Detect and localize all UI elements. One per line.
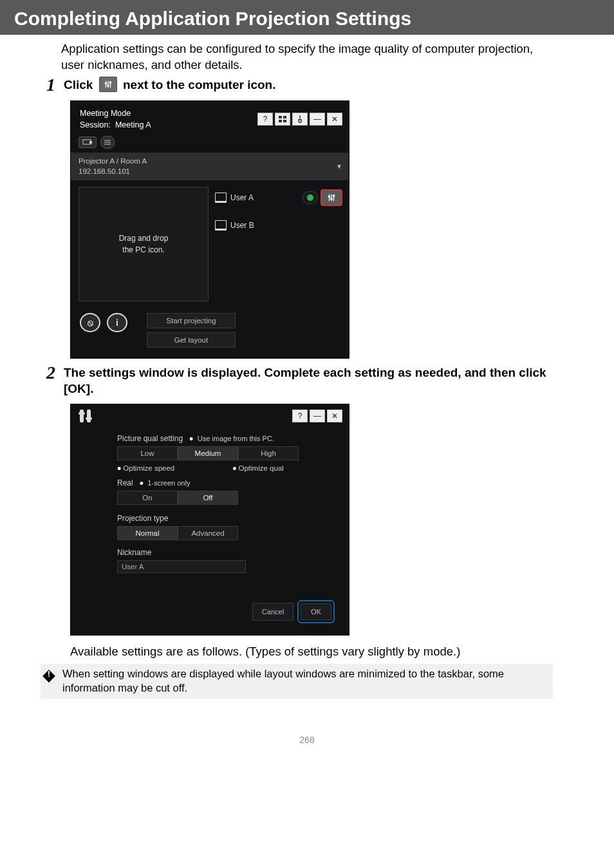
page-header: Completing Application Projection Settin… <box>0 0 614 35</box>
picture-qual-label: Picture qual setting <box>117 434 183 443</box>
status-indicator-icon[interactable] <box>302 191 318 204</box>
step-1-pre: Click <box>64 78 97 91</box>
user-row-a: User A <box>215 189 342 206</box>
real-on-button[interactable]: On <box>117 491 178 505</box>
svg-text:!: ! <box>48 669 50 679</box>
ok-highlight: OK <box>297 600 335 623</box>
list-circle-icon[interactable] <box>100 136 115 149</box>
step-2-text: The settings window is displayed. Comple… <box>64 365 553 397</box>
step-1-text: Click next to the computer icon. <box>64 77 553 93</box>
close-button[interactable]: ✕ <box>327 410 342 422</box>
drag-drop-area[interactable]: Drag and drop the PC icon. <box>79 187 209 301</box>
bullet-icon: • <box>140 477 144 490</box>
optimize-speed-option[interactable]: Optimize speed <box>123 464 174 472</box>
user-b-label: User B <box>230 221 254 230</box>
optimize-quality-option[interactable]: Optimize qual <box>239 464 284 472</box>
caution-diamond-icon: ! <box>41 668 57 688</box>
projection-normal-button[interactable]: Normal <box>117 526 178 540</box>
picture-qual-hint: Use image from this PC. <box>198 435 274 442</box>
step-1-number: 1 <box>42 76 60 94</box>
meeting-mode-label: Meeting Mode <box>80 108 151 119</box>
start-projecting-button[interactable]: Start projecting <box>147 313 236 328</box>
get-layout-button[interactable]: Get layout <box>147 332 236 348</box>
session-label: Session: <box>80 120 111 129</box>
pin-button[interactable] <box>292 113 308 126</box>
quality-high-button[interactable]: High <box>238 446 299 460</box>
screenshot-layout-window: Meeting Mode Session: Meeting A ? — ✕ <box>70 100 349 359</box>
quality-low-button[interactable]: Low <box>117 446 178 460</box>
drag-line2: the PC icon. <box>119 244 169 256</box>
step-1: 1 Click next to the computer icon. <box>42 77 553 94</box>
svg-rect-7 <box>283 116 286 118</box>
projection-type-label: Projection type <box>117 514 168 523</box>
minimize-button[interactable]: — <box>310 410 325 422</box>
nickname-input[interactable]: User A <box>117 560 246 573</box>
real-off-button[interactable]: Off <box>178 491 238 505</box>
window-title-lines: Meeting Mode Session: Meeting A <box>80 108 151 131</box>
svg-point-18 <box>331 198 332 200</box>
window-titlebar: Meeting Mode Session: Meeting A ? — ✕ <box>71 101 349 133</box>
projector-row[interactable]: Projector A / Room A 192.168.50.101 ▼ <box>71 153 349 180</box>
monitor-small-icon[interactable] <box>79 137 97 148</box>
projector-name: Projector A / Room A <box>79 156 147 167</box>
svg-rect-8 <box>279 120 282 122</box>
minimize-button[interactable]: — <box>310 113 325 126</box>
user-row-b: User B <box>215 220 342 231</box>
svg-point-20 <box>333 195 334 196</box>
page-header-title: Completing Application Projection Settin… <box>14 8 411 29</box>
svg-point-16 <box>328 196 330 197</box>
svg-rect-9 <box>283 120 286 122</box>
svg-point-1 <box>105 82 106 84</box>
window-buttons: ? — ✕ <box>257 113 342 126</box>
note-box: ! When setting windows are displayed whi… <box>41 664 553 699</box>
block-circle-icon[interactable]: ⦸ <box>80 313 100 332</box>
intro-text: Application settings can be configured t… <box>61 41 553 73</box>
svg-point-5 <box>109 82 111 83</box>
cancel-button[interactable]: Cancel <box>252 603 293 621</box>
session-name: Meeting A <box>115 120 151 129</box>
page-number: 268 <box>0 735 614 764</box>
ok-button[interactable]: OK <box>301 603 331 620</box>
quality-medium-button[interactable]: Medium <box>178 446 238 460</box>
drag-line1: Drag and drop <box>119 232 169 244</box>
help-button[interactable]: ? <box>257 113 273 126</box>
sliders-icon <box>99 77 117 92</box>
step-2-number: 2 <box>42 364 60 382</box>
nickname-label: Nickname <box>117 548 151 557</box>
chevron-down-icon[interactable]: ▼ <box>336 162 342 171</box>
note-text: When setting windows are displayed while… <box>62 666 546 695</box>
bullet-icon: • <box>189 433 193 446</box>
bullet-icon: • <box>232 462 236 475</box>
user-list: User A <box>215 187 342 301</box>
toolbar-icons <box>71 133 349 153</box>
projector-info: Projector A / Room A 192.168.50.101 <box>79 156 147 176</box>
monitor-icon <box>215 220 227 231</box>
sliders-large-icon <box>80 410 91 422</box>
footer-controls: ⦸ i Start projecting Get layout <box>71 307 349 358</box>
monitor-icon <box>215 193 227 203</box>
close-button[interactable]: ✕ <box>327 113 342 126</box>
real-label: Real <box>117 478 133 487</box>
info-circle-icon[interactable]: i <box>107 313 127 332</box>
projector-ip: 192.168.50.101 <box>79 167 147 177</box>
user-a-label: User A <box>230 193 254 202</box>
bullet-icon: • <box>117 462 121 475</box>
projection-advanced-button[interactable]: Advanced <box>178 526 238 540</box>
screenshot-settings-window: ? — ✕ Picture qual setting • Use image f… <box>70 404 349 636</box>
svg-rect-6 <box>279 116 282 118</box>
grid-button[interactable] <box>275 113 290 126</box>
svg-rect-11 <box>89 141 92 144</box>
real-hint: 1-screen only <box>147 479 190 487</box>
available-settings-text: Available settings are as follows. (Type… <box>70 645 553 659</box>
settings-titlebar: ? — ✕ <box>71 404 349 431</box>
svg-point-3 <box>107 85 109 86</box>
settings-sliders-icon[interactable] <box>321 189 342 206</box>
step-1-post: next to the computer icon. <box>123 78 276 91</box>
step-2: 2 The settings window is displayed. Comp… <box>42 365 553 397</box>
help-button[interactable]: ? <box>292 410 308 422</box>
